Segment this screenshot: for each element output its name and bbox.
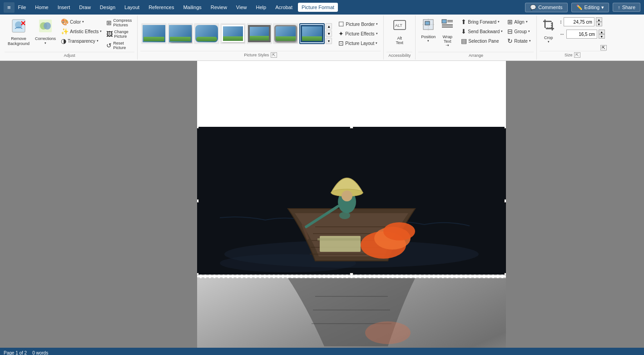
menu-insert[interactable]: Insert bbox=[54, 3, 74, 12]
gallery-down-arrow[interactable]: ▼ bbox=[326, 30, 332, 37]
picture-border-button[interactable]: ☐ Picture Styles Picture Border ▾ bbox=[337, 20, 380, 29]
alt-text-button[interactable]: ALT AltText bbox=[390, 17, 410, 47]
second-image[interactable] bbox=[197, 278, 506, 348]
change-picture-button[interactable]: 🖼 ChangePicture bbox=[104, 29, 134, 40]
gallery-more-arrow[interactable]: ▾ bbox=[326, 38, 332, 44]
gallery-up-arrow[interactable]: ▲ bbox=[326, 23, 332, 30]
height-down-button[interactable]: ▼ bbox=[596, 22, 602, 26]
pic-style-3[interactable] bbox=[194, 23, 219, 44]
size-expand-label-icon[interactable]: ⇱ bbox=[574, 52, 580, 58]
alt-text-icon: ALT bbox=[393, 19, 406, 35]
menu-view[interactable]: View bbox=[233, 3, 251, 12]
pic-style-2[interactable] bbox=[168, 23, 193, 44]
color-icon: 🎨 bbox=[61, 18, 69, 25]
comments-button[interactable]: 💬 Comments bbox=[525, 3, 567, 12]
picture-styles-expand-icon[interactable]: ⇱ bbox=[271, 52, 277, 58]
position-icon bbox=[422, 19, 434, 34]
width-input[interactable] bbox=[566, 30, 597, 39]
bring-forward-button[interactable]: ⬆ Bring Forward ▾ bbox=[459, 17, 505, 26]
selection-handle-tr[interactable] bbox=[504, 127, 506, 129]
selection-handle-bl[interactable] bbox=[197, 273, 199, 275]
adjust-small-buttons-2: ⊞ CompressPictures 🖼 ChangePicture ↺ Res… bbox=[104, 17, 134, 51]
position-chevron-icon: ▾ bbox=[427, 39, 429, 43]
size-expand-button[interactable]: ⇱ bbox=[600, 45, 607, 50]
selection-handle-tm[interactable] bbox=[350, 127, 353, 129]
gallery-scroll: ▲ ▼ ▾ bbox=[326, 23, 332, 44]
picture-layout-icon: ⊡ bbox=[338, 40, 344, 47]
selection-pane-button[interactable]: ▤ Selection Pane bbox=[459, 36, 505, 45]
page-top-margin bbox=[197, 61, 506, 127]
artistic-effects-button[interactable]: ✨ Artistic Effects ▾ bbox=[59, 27, 104, 36]
right-sidebar bbox=[583, 61, 644, 348]
picture-border-icon: ☐ bbox=[338, 20, 344, 28]
share-button[interactable]: ↑ Share bbox=[613, 3, 640, 12]
send-backward-icon: ⬇ bbox=[461, 28, 466, 35]
pic-style-1[interactable] bbox=[141, 23, 167, 44]
send-backward-button[interactable]: ⬇ Send Backward ▾ bbox=[459, 27, 505, 36]
menu-picture-format[interactable]: Picture Format bbox=[298, 3, 338, 12]
svg-point-35 bbox=[383, 222, 415, 240]
height-spinner: ▲ ▼ bbox=[596, 17, 602, 26]
selection-handle-ml[interactable] bbox=[197, 199, 199, 203]
title-bar-right: 💬 Comments ✏️ Editing ▾ ↑ Share bbox=[525, 3, 640, 12]
position-button[interactable]: Position ▾ bbox=[419, 17, 437, 44]
menu-file[interactable]: File bbox=[15, 3, 30, 12]
corrections-button[interactable]: Corrections ▾ bbox=[33, 17, 58, 46]
remove-background-button[interactable]: RemoveBackground bbox=[5, 17, 32, 48]
adjust-small-buttons: 🎨 Color ▾ ✨ Artistic Effects ▾ ◑ Transpa… bbox=[59, 17, 104, 45]
color-button[interactable]: 🎨 Color ▾ bbox=[59, 17, 104, 26]
width-down-button[interactable]: ▼ bbox=[599, 34, 605, 39]
group-button[interactable]: ⊟ Group ▾ bbox=[505, 27, 532, 36]
picture-styles-content: ▲ ▼ ▾ ☐ Picture Styles Picture Border ▾ … bbox=[140, 16, 381, 51]
menu-acrobat[interactable]: Acrobat bbox=[272, 3, 296, 12]
title-bar-left: ≡ bbox=[4, 2, 15, 13]
width-up-button[interactable]: ▲ bbox=[599, 30, 605, 34]
adjust-content: RemoveBackground Corrections ▾ 🎨 Color ▾ bbox=[5, 16, 134, 52]
transparency-button[interactable]: ◑ Transparency ▾ bbox=[59, 36, 104, 45]
title-bar: ≡ File Home Insert Draw Design Layout Re… bbox=[0, 0, 644, 15]
menu-help[interactable]: Help bbox=[253, 3, 270, 12]
pic-style-5[interactable] bbox=[247, 23, 272, 44]
selection-handle-tl[interactable] bbox=[197, 127, 199, 129]
menu-references[interactable]: References bbox=[145, 3, 178, 12]
second-image-svg bbox=[197, 278, 506, 348]
compress-pictures-button[interactable]: ⊞ CompressPictures bbox=[104, 17, 134, 28]
left-sidebar bbox=[0, 61, 120, 348]
width-icon: ↔ bbox=[560, 31, 565, 37]
rotate-button[interactable]: ↻ Rotate ▾ bbox=[505, 36, 532, 45]
size-content: Crop ▾ ↕ ▲ ▼ ↔ bbox=[540, 16, 606, 51]
height-up-button[interactable]: ▲ bbox=[596, 17, 602, 22]
selection-handle-bm[interactable] bbox=[350, 273, 353, 275]
align-button[interactable]: ⊞ Align ▾ bbox=[505, 17, 532, 26]
menu-layout[interactable]: Layout bbox=[121, 3, 143, 12]
corrections-chevron-icon: ▾ bbox=[45, 41, 46, 45]
width-input-row: ↔ ▲ ▼ bbox=[560, 30, 605, 39]
pic-style-6[interactable] bbox=[273, 23, 298, 44]
picture-effects-button[interactable]: ✦ Picture Effects ▾ bbox=[337, 29, 380, 38]
menu-home[interactable]: Home bbox=[31, 3, 52, 12]
menu-review[interactable]: Review bbox=[207, 3, 231, 12]
editing-button[interactable]: ✏️ Editing ▾ bbox=[571, 3, 609, 12]
wrap-text-button[interactable]: WrapText ~▾ bbox=[438, 17, 456, 49]
ribbon-group-accessibility: ALT AltText Accessibility bbox=[384, 15, 416, 60]
reset-picture-button[interactable]: ↺ ResetPicture bbox=[104, 40, 134, 51]
menu-draw[interactable]: Draw bbox=[75, 3, 94, 12]
main-image[interactable] bbox=[197, 127, 506, 275]
wrap-text-icon bbox=[441, 19, 453, 34]
svg-rect-10 bbox=[425, 21, 430, 25]
status-bar: Page 1 of 2 0 words bbox=[0, 348, 644, 355]
picture-layout-button[interactable]: ⊡ Picture Layout ▾ bbox=[337, 39, 380, 48]
selection-handle-mr[interactable] bbox=[504, 199, 506, 203]
selection-handle-br[interactable] bbox=[504, 273, 506, 275]
menu-design[interactable]: Design bbox=[96, 3, 119, 12]
page-info: Page 1 of 2 bbox=[4, 350, 27, 355]
height-input[interactable] bbox=[564, 17, 594, 26]
reset-icon: ↺ bbox=[106, 42, 112, 49]
pic-style-4[interactable] bbox=[220, 23, 246, 44]
pic-style-7[interactable] bbox=[299, 23, 325, 44]
group-icon: ⊟ bbox=[507, 28, 513, 35]
menu-mailings[interactable]: Mailings bbox=[179, 3, 205, 12]
crop-button[interactable]: Crop ▾ bbox=[540, 17, 557, 45]
file-menu-icon[interactable]: ≡ bbox=[4, 2, 15, 13]
rotate-icon: ↻ bbox=[507, 37, 513, 45]
